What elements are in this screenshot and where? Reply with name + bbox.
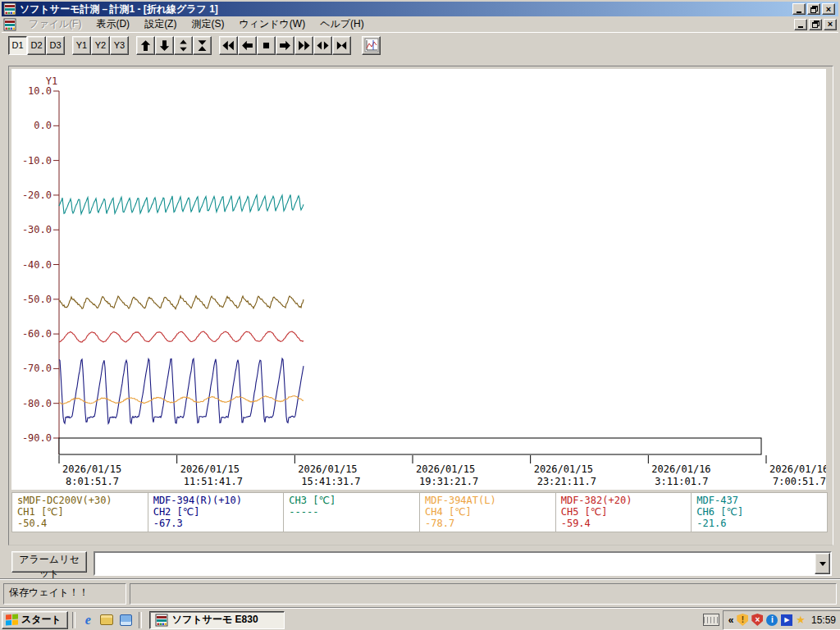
minimize-button[interactable] <box>792 3 806 15</box>
channel-unit: CH1 [℃] <box>17 506 148 518</box>
info-balloon-icon[interactable]: i <box>766 614 778 626</box>
taskbar-separator <box>139 612 142 628</box>
svg-text:-20.0: -20.0 <box>22 189 52 201</box>
taskbar-clock[interactable]: 15:59 <box>811 614 836 626</box>
legend-cell-ch1: sMDF-DC200V(+30)CH1 [℃]-50.4 <box>12 493 148 532</box>
chevron-collapse-icon[interactable]: « <box>728 614 734 626</box>
channel-name: MDF-437 <box>696 495 827 506</box>
close-button[interactable]: × <box>822 3 835 15</box>
scroll-left-button[interactable] <box>238 36 257 55</box>
arrow-up-icon <box>139 39 153 52</box>
alarm-bar: アラームリセット <box>0 546 840 579</box>
compress-vertical-icon <box>195 39 209 52</box>
alarm-reset-button[interactable]: アラームリセット <box>11 551 87 573</box>
taskbar-app-label: ソフトサーモ E830 <box>172 613 258 627</box>
compress-horizontal-button[interactable] <box>332 36 351 55</box>
toolbar-group <box>219 36 351 55</box>
menu-item-ヘルプ[interactable]: ヘルプ(H) <box>313 16 372 32</box>
menu-item-ファイル: ファイル(F) <box>21 16 89 32</box>
taskbar-app-button[interactable]: ソフトサーモ E830 <box>149 611 285 629</box>
channel-name: sMDF-DC200V(+30) <box>17 495 148 506</box>
desktop: ソフトサーモ計測－計測1 - [折れ線グラフ 1] × ファイル(F)表示(D)… <box>0 0 840 630</box>
fast-forward-button[interactable] <box>294 36 313 55</box>
quick-launch: e <box>80 613 135 627</box>
alarm-combobox-value[interactable] <box>95 553 815 574</box>
legend-cell-ch2: MDF-394(R)(+10)CH2 [℃]-67.3 <box>148 493 285 532</box>
start-button-label: スタート <box>21 613 62 627</box>
series-ch4 <box>59 396 304 404</box>
update-star-icon[interactable]: ★ <box>796 614 806 625</box>
double-right-icon <box>297 39 311 52</box>
menu-item-表示[interactable]: 表示(D) <box>89 16 137 32</box>
channel-value: -59.4 <box>561 518 692 529</box>
document-minimize-button[interactable] <box>794 19 807 30</box>
system-tray: « ! × i ▶ ★ 15:59 <box>703 610 840 630</box>
toolbar-group: D1D2D3 <box>8 36 65 55</box>
app-icon <box>155 614 168 627</box>
svg-text:8:01:51.7: 8:01:51.7 <box>66 476 119 487</box>
svg-text:-60.0: -60.0 <box>22 328 52 340</box>
chart-icon <box>364 38 379 52</box>
y3-button[interactable]: Y3 <box>110 36 129 55</box>
y1-button[interactable]: Y1 <box>72 36 91 55</box>
time-range-box <box>59 438 761 454</box>
expand-horizontal-button[interactable] <box>313 36 332 55</box>
channel-unit: CH5 [℃] <box>561 506 692 518</box>
svg-text:-10.0: -10.0 <box>22 155 52 167</box>
document-system-menu-icon[interactable] <box>3 18 16 31</box>
chevron-down-icon <box>819 562 826 566</box>
legend-cell-ch5: MDF-382(+20)CH5 [℃]-59.4 <box>556 493 692 532</box>
status-message: 保存ウェイト！！ <box>3 583 126 605</box>
show-desktop-icon[interactable] <box>100 613 114 627</box>
svg-text:2026/01/16: 2026/01/16 <box>651 463 710 475</box>
svg-text:-30.0: -30.0 <box>22 224 52 235</box>
svg-text:-90.0: -90.0 <box>22 432 52 444</box>
alarm-combobox[interactable] <box>94 551 832 576</box>
close-icon: × <box>828 20 833 29</box>
outlook-express-icon[interactable] <box>119 613 133 627</box>
combobox-dropdown-button[interactable] <box>815 553 830 574</box>
expand-vertical-icon <box>176 39 190 52</box>
svg-text:23:21:11.7: 23:21:11.7 <box>537 476 596 487</box>
channel-name: MDF-394(R)(+10) <box>153 495 284 506</box>
security-alert-shield-icon[interactable]: × <box>751 614 763 626</box>
svg-text:-40.0: -40.0 <box>22 259 52 271</box>
arrow-down-icon <box>158 39 171 52</box>
y2-button[interactable]: Y2 <box>91 36 110 55</box>
graph-settings-button[interactable] <box>362 36 381 55</box>
scroll-right-button[interactable] <box>276 36 294 55</box>
stop-button[interactable] <box>257 36 276 55</box>
menubar: ファイル(F)表示(D)設定(Z)測定(S)ウィンドウ(W)ヘルプ(H) × <box>2 17 838 31</box>
security-warning-shield-icon[interactable]: ! <box>737 614 748 626</box>
media-play-tray-icon[interactable]: ▶ <box>781 614 792 626</box>
internet-explorer-icon[interactable]: e <box>81 613 95 627</box>
menu-item-測定[interactable]: 測定(S) <box>184 16 231 32</box>
statusbar: 保存ウェイト！！ <box>2 582 838 605</box>
fast-rewind-button[interactable] <box>219 36 238 55</box>
close-icon: × <box>826 5 831 14</box>
toolbar-group <box>136 36 212 55</box>
channel-unit: CH2 [℃] <box>153 506 284 518</box>
channel-value: ----- <box>289 506 419 518</box>
compress-vertical-button[interactable] <box>193 36 212 55</box>
restore-icon <box>812 21 819 28</box>
graph-document: Y110.00.0-10.0-20.0-30.0-40.0-50.0-60.0-… <box>8 66 833 546</box>
channel-value: -78.7 <box>425 518 555 529</box>
scroll-up-button[interactable] <box>136 36 155 55</box>
document-restore-button[interactable] <box>809 19 822 30</box>
menu-item-設定[interactable]: 設定(Z) <box>137 16 184 32</box>
d1-button[interactable]: D1 <box>8 36 27 55</box>
restore-button[interactable] <box>807 3 820 15</box>
expand-vertical-button[interactable] <box>174 36 193 55</box>
stop-square-icon <box>259 39 273 52</box>
series-ch1 <box>59 296 304 309</box>
start-button[interactable]: スタート <box>2 611 68 629</box>
menu-item-ウィンドウ[interactable]: ウィンドウ(W) <box>231 16 313 32</box>
d3-button[interactable]: D3 <box>46 36 65 55</box>
document-close-button[interactable]: × <box>824 19 837 30</box>
toolbar-group: Y1Y2Y3 <box>72 36 129 55</box>
d2-button[interactable]: D2 <box>27 36 46 55</box>
language-keyboard-icon[interactable] <box>703 614 719 626</box>
svg-text:2026/01/15: 2026/01/15 <box>416 463 475 475</box>
scroll-down-button[interactable] <box>155 36 174 55</box>
